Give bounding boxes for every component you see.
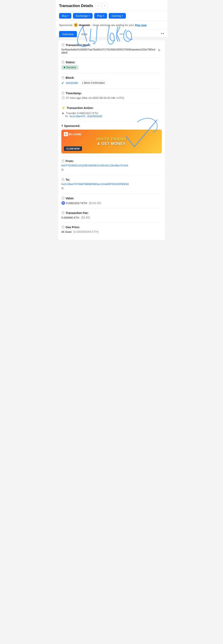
ad-main-text: INVITE FRIEND & GET MONEY — [97, 137, 126, 146]
status-label: ? Status: — [62, 60, 162, 64]
timestamp-field: ? Timestamp: 🕐 27 mins ago (Mar-14-2024 … — [62, 92, 162, 100]
hash-copy-icon[interactable]: ⧉ — [158, 48, 162, 52]
transaction-details-card: ? Transaction Hash: 0x40aa4a6e410d0607aa… — [58, 40, 165, 240]
tx-action-to-prefix: To 0x2c1Be470...81E05EE82 — [65, 115, 102, 118]
from-label: ? From: — [62, 160, 162, 163]
gas-eth: (0.000000046 ETH) — [73, 230, 98, 234]
from-copy-icon[interactable]: ⧉ — [62, 168, 65, 172]
divider-3 — [62, 88, 162, 89]
status-help-icon[interactable]: ? — [62, 60, 65, 64]
sponsored-help-icon[interactable]: ? — [62, 124, 63, 128]
tab-state[interactable]: State — [78, 31, 91, 37]
ad-claim-button[interactable]: CLAIM NOW — [64, 146, 82, 151]
page-header: Transaction Details ‹ › — [56, 0, 168, 11]
page-title: Transaction Details — [59, 4, 93, 8]
ad-logo: B BC.GAME — [64, 132, 82, 136]
chevron-left-icon: ‹ — [98, 4, 98, 7]
value-row: Ξ 0.03613317 ETH ($143.90) — [62, 201, 162, 205]
block-number-link[interactable]: 19432086 — [66, 82, 78, 84]
list-filter-icon: ≡ ▾ — [160, 32, 164, 35]
block-help-icon[interactable]: ? — [62, 76, 65, 80]
exchange-button[interactable]: Exchange ▾ — [73, 13, 92, 18]
value-label: ? Value: — [62, 196, 162, 200]
tx-action-to-link[interactable]: 0x2c1Be470...81E05EE82 — [70, 115, 102, 118]
value-eth: 0.03613317 ETH — [66, 202, 87, 205]
ad-invite-text: INVITE FRIEND — [97, 137, 126, 142]
nav-arrows: ‹ › — [95, 3, 108, 9]
ad-get-text: & GET MONEY — [97, 142, 126, 146]
block-value-row: ✔ 19432086 1 Block Confirmation — [62, 81, 162, 85]
hash-value-row: 0x40aa4a6e410d0607aa79a00c57170c5681f005… — [62, 48, 162, 54]
timestamp-help-icon[interactable]: ? — [62, 92, 65, 95]
value-field: ? Value: Ξ 0.03613317 ETH ($143.90) — [62, 196, 162, 205]
from-field: ? From: 0x077D360f11D220E4d5D831430c81C2… — [62, 160, 162, 172]
tx-action-content: ▶ Transfer 0.03613317 ETH To 0x2c1Be470.… — [62, 112, 162, 118]
status-value: Success — [66, 66, 76, 69]
divider-8 — [62, 194, 162, 194]
tx-action-type: Transfer — [66, 112, 76, 115]
to-addr-link[interactable]: 0x2c1Be47070bB7890B5983a110Ad65FD81E05EE… — [62, 182, 129, 186]
to-addr-row: 0x2c1Be47070bB7890B5983a110Ad65FD81E05EE… — [62, 182, 162, 186]
to-copy-icon[interactable]: ⧉ — [62, 186, 65, 190]
sponsored-prefix: Sponsored: — [59, 24, 73, 27]
sponsored-bar: Sponsored: B Hugewin - Huge winnings are… — [56, 21, 168, 29]
play-now-link[interactable]: Play now — [135, 24, 146, 27]
nav-prev-button[interactable]: ‹ — [95, 3, 101, 9]
divider-4 — [62, 103, 162, 103]
sponsored-section: ? Sponsored: B BC.GAME INVITE FRIEND & G… — [62, 124, 162, 154]
value-usd: ($143.90) — [89, 201, 101, 205]
ad-logo-icon: B — [64, 132, 68, 136]
to-label: ? To: — [62, 178, 162, 181]
tabs-left: Overview State — [59, 31, 91, 37]
buy-chevron-icon: ▾ — [68, 15, 68, 17]
sponsored-section-label: ? Sponsored: — [62, 124, 162, 128]
buy-button[interactable]: Buy ▾ — [59, 13, 71, 18]
divider-9 — [62, 208, 162, 208]
to-field: ? To: 0x2c1Be47070bB7890B5983a110Ad65FD8… — [62, 178, 162, 190]
tab-filter-button[interactable]: ≡ ▾ — [160, 32, 164, 36]
gas-value-row: 46 Gwei (0.000000046 ETH) — [62, 230, 162, 234]
block-label: ? Block: — [62, 76, 162, 80]
timestamp-label: ? Timestamp: — [62, 92, 162, 95]
gas-label: ? Gas Price: — [62, 226, 162, 229]
chevron-right-icon: › — [104, 4, 105, 7]
gas-help-icon[interactable]: ? — [62, 226, 65, 229]
eth-icon: Ξ — [62, 201, 65, 205]
status-badge: Success — [62, 65, 78, 70]
timestamp-value: 27 mins ago (Mar-14-2024 08:33:23 AM +UT… — [66, 96, 124, 100]
status-dot — [64, 66, 65, 68]
divider-10 — [62, 222, 162, 223]
divider-2 — [62, 73, 162, 73]
exchange-chevron-icon: ▾ — [89, 15, 90, 17]
tx-action-field: ⚡ Transaction Action: ▶ Transfer 0.03613… — [62, 106, 162, 118]
value-help-icon[interactable]: ? — [62, 196, 65, 200]
from-addr-link[interactable]: 0x077D360f11D220E4d5D831430c81C26c9be7C4… — [62, 164, 128, 167]
divider-6 — [62, 156, 162, 156]
arrow-icon: ▶ — [62, 112, 64, 115]
hash-help-icon[interactable]: ? — [62, 44, 65, 47]
sponsor-description: - Huge winnings are waiting for you! — [91, 24, 134, 27]
fee-label: ? Transaction Fee: — [62, 211, 162, 214]
gas-field: ? Gas Price: 46 Gwei (0.000000046 ETH) — [62, 226, 162, 234]
block-field: ? Block: ✔ 19432086 1 Block Confirmation — [62, 76, 162, 85]
tx-action-amount: 0.03613317 ETH — [77, 112, 98, 115]
gaming-chevron-icon: ▾ — [122, 15, 123, 17]
ad-banner[interactable]: B BC.GAME INVITE FRIEND & GET MONEY CLAI… — [62, 130, 162, 154]
gaming-button[interactable]: Gaming ▾ — [109, 13, 126, 18]
fee-field: ? Transaction Fee: 0.000966 ETH ($3.85) — [62, 211, 162, 219]
hash-field: ? Transaction Hash: 0x40aa4a6e410d0607aa… — [62, 44, 162, 54]
nav-next-button[interactable]: › — [102, 3, 108, 9]
tabs-row: Overview State ≡ ▾ — [56, 29, 168, 38]
play-chevron-icon: ▾ — [103, 15, 104, 17]
fee-help-icon[interactable]: ? — [62, 211, 65, 214]
play-button[interactable]: Play ▾ — [94, 13, 107, 18]
ad-logo-text: BC.GAME — [69, 133, 82, 136]
status-field: ? Status: Success — [62, 60, 162, 70]
from-addr-row: 0x077D360f11D220E4d5D831430c81C26c9be7C4… — [62, 164, 162, 167]
hash-label: ? Transaction Hash: — [62, 44, 162, 47]
hash-text: 0x40aa4a6e410d0607aa79a00c57170c5681f005… — [62, 48, 156, 54]
from-help-icon[interactable]: ? — [62, 160, 65, 163]
tab-overview[interactable]: Overview — [59, 31, 77, 37]
to-help-icon[interactable]: ? — [62, 178, 65, 181]
timestamp-value-row: 🕐 27 mins ago (Mar-14-2024 08:33:23 AM +… — [62, 96, 162, 100]
